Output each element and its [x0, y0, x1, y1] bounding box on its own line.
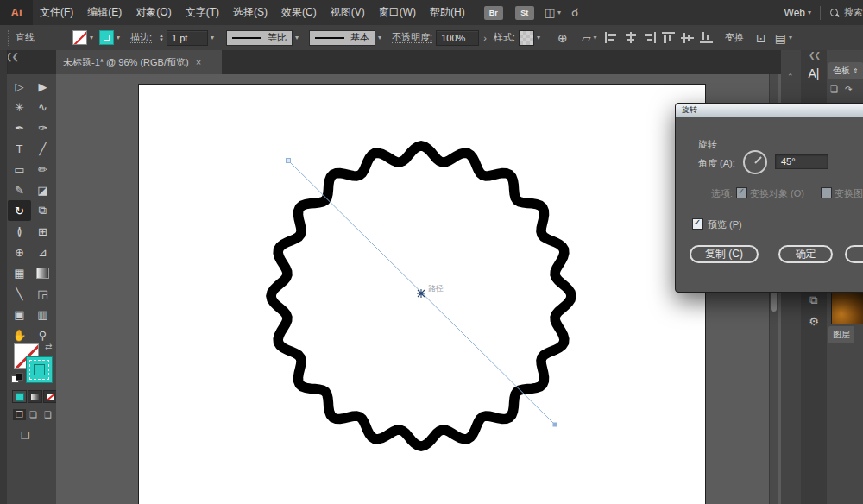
workspace-switcher[interactable]: Web ▾	[784, 7, 811, 19]
menu-view[interactable]: 视图(V)	[324, 0, 372, 25]
opacity-flyout-arrow[interactable]: ›	[483, 33, 487, 43]
angle-input[interactable]: 45°	[775, 154, 828, 169]
swatch-options-icon[interactable]: ↷	[845, 85, 852, 94]
magic-wand-tool[interactable]: ✳	[8, 97, 31, 117]
color-mode-button[interactable]	[12, 390, 27, 403]
scale-tool[interactable]: ⧉	[31, 200, 54, 221]
mesh-tool[interactable]: ▦	[8, 262, 31, 283]
rectangle-tool[interactable]: ▭	[8, 159, 31, 180]
stroke-weight-stepper[interactable]: ▲▼	[159, 34, 164, 42]
align-horizontal-center-icon[interactable]	[624, 32, 637, 43]
copy-button[interactable]: 复制 (C)	[690, 245, 759, 263]
align-left-icon[interactable]	[605, 32, 618, 43]
menu-window[interactable]: 窗口(W)	[372, 0, 423, 25]
width-profile-dropdown[interactable]: 等比	[226, 30, 293, 46]
gradient-tool[interactable]	[31, 262, 54, 283]
layers-panel-tab[interactable]: 图层	[828, 326, 854, 343]
chevron-up-icon[interactable]: ⌃	[787, 72, 794, 81]
chevron-down-icon[interactable]: ▾	[295, 34, 299, 41]
transform-objects-checkbox[interactable]	[736, 187, 747, 198]
line-anchor-end[interactable]	[553, 423, 557, 427]
eraser-tool[interactable]: ◪	[31, 180, 54, 200]
lasso-tool[interactable]: ∿	[31, 97, 54, 117]
swatches-panel-tab[interactable]: 色板 ⇕	[828, 62, 863, 79]
shape-properties-icon[interactable]: ▱	[582, 31, 591, 45]
artboard-tool[interactable]: ▣	[8, 304, 31, 324]
graph-tool[interactable]: ▥	[31, 304, 54, 324]
shaper-tool[interactable]: ✎	[8, 180, 31, 200]
direct-selection-tool[interactable]: ▶	[31, 76, 54, 97]
bounding-box-icon[interactable]: ⊡	[756, 31, 766, 45]
type-tool[interactable]: T	[8, 138, 31, 159]
transform-patterns-checkbox[interactable]	[821, 187, 832, 198]
search-icon[interactable]	[829, 8, 840, 18]
chevron-down-icon[interactable]: ▾	[378, 34, 381, 41]
menu-object[interactable]: 对象(O)	[129, 0, 178, 25]
more-options-icon[interactable]: ▤	[775, 31, 786, 45]
paintbrush-tool[interactable]: ✏	[31, 159, 54, 180]
stroke-color-swatch[interactable]	[99, 30, 114, 45]
selection-tool[interactable]: ▷	[8, 76, 31, 97]
search-label[interactable]: 搜索	[844, 6, 863, 19]
arrange-documents-icon[interactable]: ◫	[545, 6, 555, 19]
stroke-swatch[interactable]	[27, 357, 52, 382]
screen-mode-icon[interactable]: ❒	[21, 430, 30, 442]
hand-tool[interactable]: ✋	[8, 324, 31, 345]
menu-file[interactable]: 文件(F)	[33, 0, 80, 25]
menu-help[interactable]: 帮助(H)	[423, 0, 472, 25]
pasteboard[interactable]: 路径	[56, 74, 781, 504]
fill-color-swatch[interactable]	[72, 30, 87, 45]
perspective-grid-tool[interactable]: ⊿	[31, 242, 54, 262]
close-icon[interactable]: ×	[196, 57, 201, 67]
character-panel-icon[interactable]: A|	[803, 64, 824, 83]
document-tab[interactable]: 未标题-1* @ 96% (RGB/预览) ×	[56, 50, 222, 74]
stroke-label[interactable]: 描边:	[130, 31, 152, 44]
curvature-tool[interactable]: ✑	[31, 117, 54, 138]
chevron-down-icon[interactable]: ▾	[90, 34, 93, 41]
angle-dial[interactable]	[743, 150, 767, 174]
brush-definition-dropdown[interactable]: 基本	[309, 30, 375, 46]
pen-tool[interactable]: ✒	[8, 117, 31, 138]
gear-icon[interactable]: ⚙	[803, 312, 824, 330]
chevron-down-icon[interactable]: ▾	[117, 34, 120, 41]
width-tool[interactable]: ≬	[8, 221, 31, 242]
bridge-button[interactable]: Br	[484, 6, 503, 20]
align-top-icon[interactable]	[662, 32, 675, 43]
line-anchor-start[interactable]	[287, 159, 291, 163]
symbols-panel-icon[interactable]: ⧉	[803, 292, 824, 309]
menu-edit[interactable]: 编辑(E)	[80, 0, 129, 25]
eyedropper-tool[interactable]: ╲	[8, 283, 31, 304]
transform-label[interactable]: 变换	[725, 31, 744, 44]
shape-builder-tool[interactable]: ⊕	[8, 242, 31, 262]
chevron-down-icon[interactable]: ▾	[211, 34, 214, 41]
panel-preview-thumbnail[interactable]	[831, 290, 863, 324]
menu-effect[interactable]: 效果(C)	[274, 0, 324, 25]
symbol-sprayer-tool[interactable]: ◲	[31, 283, 54, 304]
rotate-tool[interactable]: ↻	[8, 200, 31, 221]
align-bottom-icon[interactable]	[700, 32, 713, 43]
free-transform-tool[interactable]: ⊞	[31, 221, 54, 242]
graphic-style-swatch[interactable]	[519, 30, 534, 46]
swatch-kinds-icon[interactable]: ❏	[830, 85, 838, 94]
dialog-title-bar[interactable]: 旋转	[676, 104, 863, 117]
share-screen-icon[interactable]: ☌	[571, 6, 579, 19]
rotation-center-anchor[interactable]	[417, 289, 425, 298]
opacity-label[interactable]: 不透明度:	[392, 31, 432, 44]
line-segment-tool[interactable]: ╱	[31, 138, 54, 159]
draw-inside-icon[interactable]: ❑	[44, 410, 52, 419]
gradient-mode-button[interactable]	[28, 390, 42, 403]
ok-button[interactable]: 确定	[778, 245, 833, 263]
align-right-icon[interactable]	[643, 32, 656, 43]
swap-fill-stroke-icon[interactable]: ⇄	[45, 342, 52, 351]
chevron-down-icon[interactable]: ▾	[537, 34, 540, 41]
panel-grip[interactable]	[3, 30, 9, 46]
expand-panels-icon[interactable]: ❮❮	[809, 51, 820, 60]
menu-select[interactable]: 选择(S)	[226, 0, 274, 25]
draw-normal-icon[interactable]: ❐	[13, 409, 26, 420]
cancel-button[interactable]	[845, 245, 863, 263]
menu-type[interactable]: 文字(T)	[179, 0, 226, 25]
default-fill-stroke-icon[interactable]	[11, 373, 22, 382]
preview-checkbox[interactable]	[692, 218, 703, 230]
opacity-value[interactable]: 100%	[436, 30, 479, 46]
stroke-weight-value[interactable]: 1 pt	[167, 30, 208, 46]
